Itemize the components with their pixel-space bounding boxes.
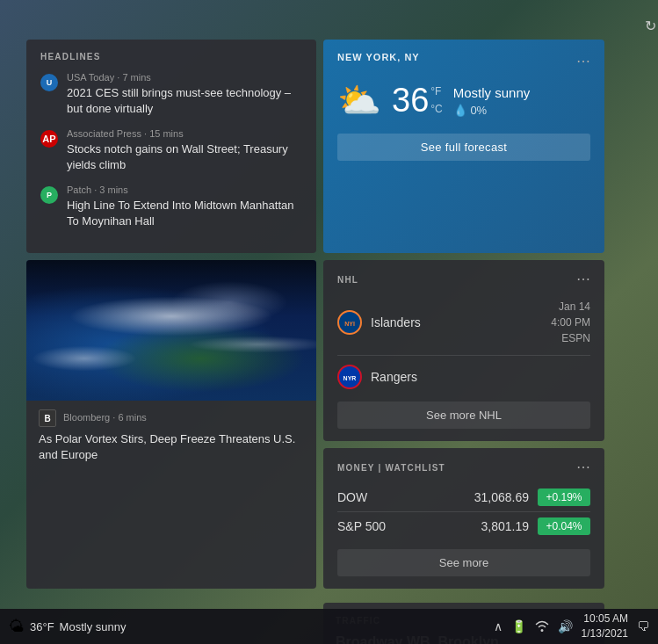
islanders-logo: NYI [337, 310, 362, 335]
weather-more-button[interactable]: ⋯ [576, 54, 590, 69]
see-more-money-button[interactable]: See more [337, 549, 590, 576]
bloomberg-icon: B [39, 409, 56, 427]
top-controls: ↻ ⋯ [26, 18, 658, 40]
team1-row: NYI Islanders Jan 14 4:00 PM ESPN [337, 295, 590, 350]
weather-temp-display: 36 °F °C [392, 83, 443, 117]
image-article-card[interactable]: B Bloomberg · 6 mins As Polar Vortex Sti… [26, 260, 316, 589]
team2-row: NYR Rangers [337, 361, 590, 393]
sp500-name: S&P 500 [337, 519, 481, 533]
right-col-row2: NHL ⋯ NYI Islanders Jan 14 4:00 PM ES [323, 260, 604, 589]
news-meta-3: Patch · 3 mins [67, 185, 302, 195]
notification-icon[interactable]: 🗨 [637, 619, 649, 633]
usatoday-icon: U [40, 74, 58, 91]
dow-value: 31,068.69 [474, 490, 529, 504]
news-text-1: USA Today · 7 mins 2021 CES still brings… [67, 72, 302, 116]
battery-icon: 🔋 [511, 619, 526, 633]
patch-icon: P [40, 186, 58, 204]
taskbar: 🌤 36°F Mostly sunny ∧ 🔋 🔊 10:05 AM 1/13/… [0, 609, 658, 644]
rangers-logo: NYR [337, 365, 362, 389]
stock-row-sp500[interactable]: S&P 500 3,801.19 +0.04% [337, 512, 590, 540]
see-more-nhl-button[interactable]: See more NHL [337, 402, 590, 429]
game-info: Jan 14 4:00 PM ESPN [551, 299, 590, 346]
nhl-more-button[interactable]: ⋯ [576, 272, 590, 286]
weather-header: NEW YORK, NY ⋯ [337, 52, 590, 71]
clouds-visualization [26, 260, 316, 401]
taskbar-time: 10:05 AM [582, 611, 628, 626]
news-text-3: Patch · 3 mins High Line To Extend Into … [67, 185, 302, 228]
team1-name: Islanders [371, 315, 542, 329]
team2-name: Rangers [371, 370, 590, 384]
weather-precip: 💧 0% [453, 104, 531, 117]
news-headline-1: 2021 CES still brings must-see technolog… [67, 85, 302, 116]
chevron-up-icon[interactable]: ∧ [494, 619, 503, 633]
bloomberg-meta: Bloomberg · 6 mins [63, 412, 147, 423]
volume-icon[interactable]: 🔊 [558, 619, 573, 633]
headlines-label: HEADLINES [40, 52, 302, 62]
nhl-label: NHL [337, 275, 358, 285]
bloomberg-headline: As Polar Vortex Stirs, Deep Freeze Threa… [39, 431, 304, 462]
news-text-2: Associated Press · 15 mins Stocks notch … [67, 128, 302, 172]
taskbar-datetime: 10:05 AM 1/13/2021 [582, 611, 628, 641]
bloomberg-source-row: B Bloomberg · 6 mins [39, 409, 304, 427]
headlines-card: HEADLINES U USA Today · 7 mins 2021 CES … [26, 40, 316, 253]
weather-location: NEW YORK, NY [337, 52, 420, 62]
sp500-value: 3,801.19 [481, 519, 530, 533]
ap-icon: AP [40, 130, 58, 148]
taskbar-condition: Mostly sunny [60, 620, 127, 633]
temp-units: °F °C [430, 83, 442, 117]
nhl-header: NHL ⋯ [337, 272, 590, 286]
taskbar-weather: 🌤 36°F Mostly sunny [9, 618, 126, 636]
taskbar-icons: ∧ 🔋 🔊 [494, 619, 573, 634]
news-panel: ↻ ⋯ HEADLINES U USA Today · 7 mins 2021 … [26, 18, 658, 644]
precip-icon: 💧 [453, 104, 467, 117]
news-meta-2: Associated Press · 15 mins [67, 128, 302, 139]
news-item-1[interactable]: U USA Today · 7 mins 2021 CES still brin… [40, 72, 302, 116]
weather-condition-icon: ⛅ [337, 80, 381, 121]
weather-description: Mostly sunny 💧 0% [453, 85, 531, 117]
image-article-bottom: B Bloomberg · 6 mins As Polar Vortex Sti… [26, 401, 316, 473]
news-meta-1: USA Today · 7 mins [67, 72, 302, 83]
news-item-3[interactable]: P Patch · 3 mins High Line To Extend Int… [40, 185, 302, 228]
news-headline-3: High Line To Extend Into Midtown Manhatt… [67, 198, 302, 228]
taskbar-date: 1/13/2021 [582, 626, 628, 641]
weather-card: NEW YORK, NY ⋯ ⛅ 36 °F °C Mostly sunny [323, 40, 604, 253]
main-grid: HEADLINES U USA Today · 7 mins 2021 CES … [26, 40, 658, 596]
taskbar-temp: 36°F [30, 620, 54, 633]
sp500-change: +0.04% [538, 517, 590, 535]
refresh-icon[interactable]: ↻ [645, 18, 656, 34]
stock-row-dow[interactable]: DOW 31,068.69 +0.19% [337, 483, 590, 511]
taskbar-right: ∧ 🔋 🔊 10:05 AM 1/13/2021 🗨 [494, 611, 649, 641]
news-headline-2: Stocks notch gains on Wall Street; Treas… [67, 141, 302, 172]
article-image [26, 260, 316, 401]
nhl-card: NHL ⋯ NYI Islanders Jan 14 4:00 PM ES [323, 260, 604, 441]
svg-text:NYR: NYR [343, 375, 357, 381]
svg-text:NYI: NYI [344, 321, 355, 327]
dow-name: DOW [337, 490, 474, 504]
money-label: MONEY | WATCHLIST [337, 463, 445, 473]
money-card: MONEY | WATCHLIST ⋯ DOW 31,068.69 +0.19%… [323, 448, 604, 589]
money-more-button[interactable]: ⋯ [576, 460, 590, 474]
money-header: MONEY | WATCHLIST ⋯ [337, 460, 590, 474]
temp-value: 36 [392, 83, 429, 117]
news-item-2[interactable]: AP Associated Press · 15 mins Stocks not… [40, 128, 302, 172]
taskbar-weather-icon: 🌤 [9, 618, 25, 636]
weather-condition-text: Mostly sunny [453, 85, 531, 100]
dow-change: +0.19% [538, 488, 590, 506]
nhl-divider [337, 355, 590, 356]
weather-main: ⛅ 36 °F °C Mostly sunny 💧 0% [337, 80, 590, 121]
full-forecast-button[interactable]: See full forecast [337, 134, 590, 161]
wifi-icon[interactable] [535, 619, 549, 634]
